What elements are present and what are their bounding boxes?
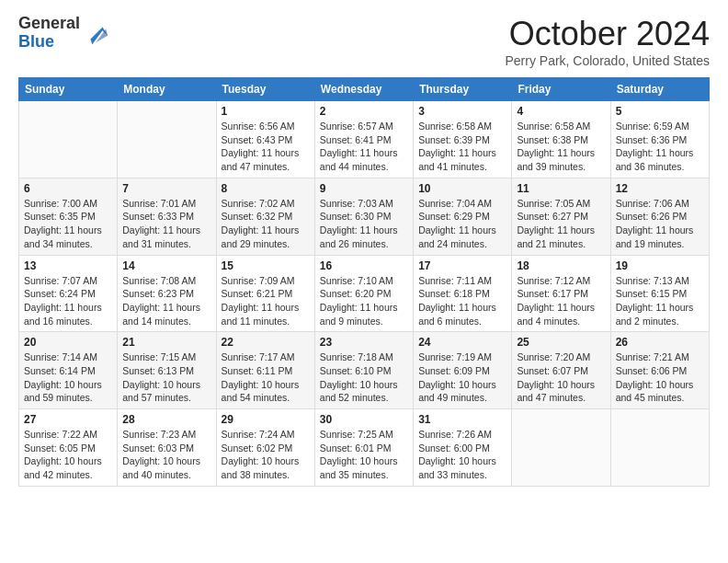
table-row: 30 Sunrise: 7:25 AMSunset: 6:01 PMDaylig…: [314, 409, 413, 487]
day-number: 3: [418, 105, 506, 118]
table-row: 4 Sunrise: 6:58 AMSunset: 6:38 PMDayligh…: [512, 101, 610, 178]
day-number: 29: [222, 413, 310, 426]
day-info: Sunrise: 7:05 AMSunset: 6:27 PMDaylight:…: [517, 197, 605, 251]
day-info: Sunrise: 7:26 AMSunset: 6:00 PMDaylight:…: [418, 428, 506, 482]
day-info: Sunrise: 6:59 AMSunset: 6:36 PMDaylight:…: [616, 120, 704, 174]
day-number: 10: [418, 182, 506, 195]
table-row: 13 Sunrise: 7:07 AMSunset: 6:24 PMDaylig…: [19, 255, 118, 332]
day-number: 30: [320, 413, 408, 426]
day-info: Sunrise: 7:06 AMSunset: 6:26 PMDaylight:…: [616, 197, 704, 251]
table-row: 5 Sunrise: 6:59 AMSunset: 6:36 PMDayligh…: [610, 101, 709, 178]
table-row: 24 Sunrise: 7:19 AMSunset: 6:09 PMDaylig…: [414, 332, 512, 409]
calendar-week-row: 27 Sunrise: 7:22 AMSunset: 6:05 PMDaylig…: [19, 409, 710, 487]
day-info: Sunrise: 7:19 AMSunset: 6:09 PMDaylight:…: [418, 350, 506, 405]
table-row: 12 Sunrise: 7:06 AMSunset: 6:26 PMDaylig…: [610, 178, 709, 255]
table-row: 27 Sunrise: 7:22 AMSunset: 6:05 PMDaylig…: [19, 409, 118, 487]
month-title: October 2024: [505, 15, 710, 53]
day-info: Sunrise: 7:20 AMSunset: 6:07 PMDaylight:…: [517, 350, 605, 405]
day-number: 25: [517, 336, 605, 349]
day-number: 2: [320, 105, 408, 118]
day-info: Sunrise: 7:09 AMSunset: 6:21 PMDaylight:…: [222, 274, 310, 328]
day-info: Sunrise: 7:24 AMSunset: 6:02 PMDaylight:…: [222, 428, 310, 482]
table-row: 28 Sunrise: 7:23 AMSunset: 6:03 PMDaylig…: [118, 409, 216, 487]
table-row: 2 Sunrise: 6:57 AMSunset: 6:41 PMDayligh…: [314, 101, 413, 178]
day-number: 28: [122, 413, 210, 426]
day-number: 20: [24, 336, 112, 349]
day-number: 27: [24, 413, 112, 426]
day-info: Sunrise: 7:04 AMSunset: 6:29 PMDaylight:…: [418, 197, 506, 251]
col-sunday: Sunday: [19, 78, 118, 101]
calendar-week-row: 1 Sunrise: 6:56 AMSunset: 6:43 PMDayligh…: [19, 101, 710, 178]
day-number: 16: [320, 259, 408, 272]
day-info: Sunrise: 7:18 AMSunset: 6:10 PMDaylight:…: [320, 350, 408, 405]
calendar-table: Sunday Monday Tuesday Wednesday Thursday…: [18, 77, 710, 487]
col-friday: Friday: [512, 78, 610, 101]
day-number: 14: [122, 259, 210, 272]
day-info: Sunrise: 7:15 AMSunset: 6:13 PMDaylight:…: [122, 350, 210, 405]
calendar-week-row: 20 Sunrise: 7:14 AMSunset: 6:14 PMDaylig…: [19, 332, 710, 409]
logo-blue: Blue: [18, 33, 80, 52]
day-info: Sunrise: 7:21 AMSunset: 6:06 PMDaylight:…: [616, 350, 704, 405]
day-number: 8: [222, 182, 310, 195]
day-info: Sunrise: 6:57 AMSunset: 6:41 PMDaylight:…: [320, 120, 408, 174]
table-row: 18 Sunrise: 7:12 AMSunset: 6:17 PMDaylig…: [512, 255, 610, 332]
day-number: 15: [222, 259, 310, 272]
table-row: 23 Sunrise: 7:18 AMSunset: 6:10 PMDaylig…: [314, 332, 413, 409]
day-info: Sunrise: 7:08 AMSunset: 6:23 PMDaylight:…: [122, 274, 210, 328]
day-info: Sunrise: 7:11 AMSunset: 6:18 PMDaylight:…: [418, 274, 506, 328]
day-number: 7: [122, 182, 210, 195]
table-row: 21 Sunrise: 7:15 AMSunset: 6:13 PMDaylig…: [118, 332, 216, 409]
day-number: 4: [517, 105, 605, 118]
calendar-week-row: 13 Sunrise: 7:07 AMSunset: 6:24 PMDaylig…: [19, 255, 710, 332]
table-row: 26 Sunrise: 7:21 AMSunset: 6:06 PMDaylig…: [610, 332, 709, 409]
day-number: 31: [418, 413, 506, 426]
logo-general: General: [18, 15, 80, 33]
col-saturday: Saturday: [610, 78, 709, 101]
day-info: Sunrise: 7:13 AMSunset: 6:15 PMDaylight:…: [616, 274, 704, 328]
day-number: 21: [122, 336, 210, 349]
day-info: Sunrise: 7:03 AMSunset: 6:30 PMDaylight:…: [320, 197, 408, 251]
table-row: 16 Sunrise: 7:10 AMSunset: 6:20 PMDaylig…: [314, 255, 413, 332]
logo-icon: [84, 20, 109, 46]
day-number: 17: [418, 259, 506, 272]
table-row: [512, 409, 610, 487]
day-info: Sunrise: 7:14 AMSunset: 6:14 PMDaylight:…: [24, 350, 112, 405]
table-row: [118, 101, 216, 178]
day-number: 24: [418, 336, 506, 349]
day-info: Sunrise: 7:02 AMSunset: 6:32 PMDaylight:…: [222, 197, 310, 251]
table-row: 9 Sunrise: 7:03 AMSunset: 6:30 PMDayligh…: [314, 178, 413, 255]
day-number: 11: [517, 182, 605, 195]
table-row: 31 Sunrise: 7:26 AMSunset: 6:00 PMDaylig…: [414, 409, 512, 487]
table-row: [19, 101, 118, 178]
day-info: Sunrise: 6:58 AMSunset: 6:39 PMDaylight:…: [418, 120, 506, 174]
day-number: 1: [222, 105, 310, 118]
day-info: Sunrise: 7:01 AMSunset: 6:33 PMDaylight:…: [122, 197, 210, 251]
table-row: 22 Sunrise: 7:17 AMSunset: 6:11 PMDaylig…: [216, 332, 314, 409]
day-info: Sunrise: 7:10 AMSunset: 6:20 PMDaylight:…: [320, 274, 408, 328]
table-row: 7 Sunrise: 7:01 AMSunset: 6:33 PMDayligh…: [118, 178, 216, 255]
location: Perry Park, Colorado, United States: [505, 53, 710, 68]
calendar-week-row: 6 Sunrise: 7:00 AMSunset: 6:35 PMDayligh…: [19, 178, 710, 255]
day-number: 6: [24, 182, 112, 195]
table-row: 20 Sunrise: 7:14 AMSunset: 6:14 PMDaylig…: [19, 332, 118, 409]
day-number: 26: [616, 336, 704, 349]
table-row: 29 Sunrise: 7:24 AMSunset: 6:02 PMDaylig…: [216, 409, 314, 487]
title-block: October 2024 Perry Park, Colorado, Unite…: [505, 15, 710, 68]
day-info: Sunrise: 7:17 AMSunset: 6:11 PMDaylight:…: [222, 350, 310, 405]
calendar-header-row: Sunday Monday Tuesday Wednesday Thursday…: [19, 78, 710, 101]
day-number: 12: [616, 182, 704, 195]
table-row: 19 Sunrise: 7:13 AMSunset: 6:15 PMDaylig…: [610, 255, 709, 332]
day-number: 22: [222, 336, 310, 349]
day-number: 13: [24, 259, 112, 272]
col-monday: Monday: [118, 78, 216, 101]
day-number: 23: [320, 336, 408, 349]
table-row: 3 Sunrise: 6:58 AMSunset: 6:39 PMDayligh…: [414, 101, 512, 178]
day-number: 5: [616, 105, 704, 118]
table-row: 14 Sunrise: 7:08 AMSunset: 6:23 PMDaylig…: [118, 255, 216, 332]
table-row: 25 Sunrise: 7:20 AMSunset: 6:07 PMDaylig…: [512, 332, 610, 409]
day-info: Sunrise: 7:23 AMSunset: 6:03 PMDaylight:…: [122, 428, 210, 482]
day-info: Sunrise: 7:07 AMSunset: 6:24 PMDaylight:…: [24, 274, 112, 328]
table-row: 15 Sunrise: 7:09 AMSunset: 6:21 PMDaylig…: [216, 255, 314, 332]
day-number: 18: [517, 259, 605, 272]
day-info: Sunrise: 7:12 AMSunset: 6:17 PMDaylight:…: [517, 274, 605, 328]
